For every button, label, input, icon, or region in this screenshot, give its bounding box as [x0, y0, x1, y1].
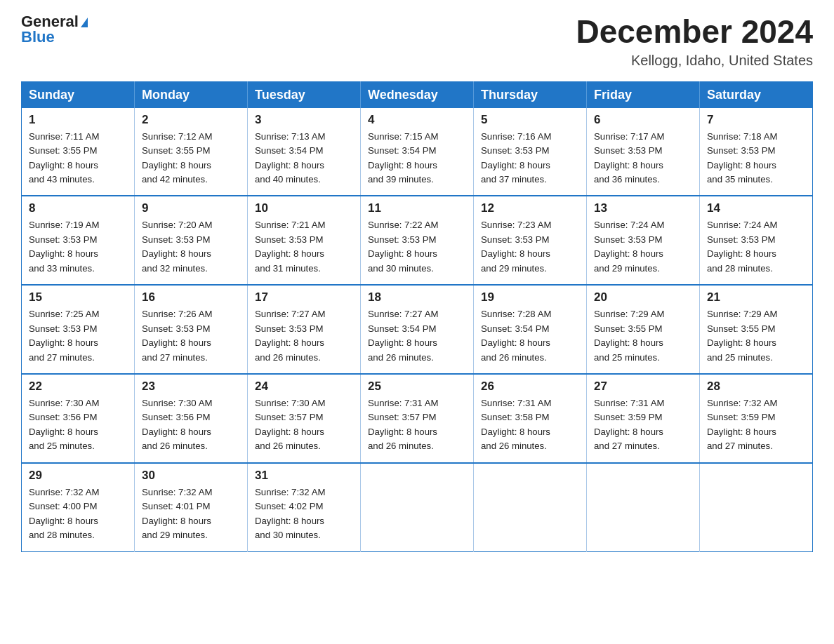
day-number: 24	[255, 380, 353, 394]
day-number: 31	[255, 469, 353, 483]
table-row: 3 Sunrise: 7:13 AMSunset: 3:54 PMDayligh…	[248, 108, 361, 196]
day-number: 17	[255, 290, 353, 304]
day-number: 29	[29, 469, 127, 483]
day-info: Sunrise: 7:29 AMSunset: 3:55 PMDaylight:…	[707, 309, 777, 362]
table-row: 26 Sunrise: 7:31 AMSunset: 3:58 PMDaylig…	[474, 374, 587, 463]
logo-text: General Blue	[21, 14, 88, 45]
table-row: 22 Sunrise: 7:30 AMSunset: 3:56 PMDaylig…	[22, 374, 135, 463]
calendar-week-row: 1 Sunrise: 7:11 AMSunset: 3:55 PMDayligh…	[22, 108, 813, 196]
logo: General Blue	[21, 14, 88, 45]
day-number: 7	[707, 113, 805, 127]
header-monday: Monday	[135, 81, 248, 108]
day-info: Sunrise: 7:31 AMSunset: 3:57 PMDaylight:…	[368, 398, 438, 451]
day-number: 9	[142, 201, 240, 215]
table-row: 15 Sunrise: 7:25 AMSunset: 3:53 PMDaylig…	[22, 285, 135, 374]
day-info: Sunrise: 7:30 AMSunset: 3:57 PMDaylight:…	[255, 398, 325, 451]
day-number: 6	[594, 113, 692, 127]
logo-blue: Blue	[21, 29, 88, 45]
day-info: Sunrise: 7:17 AMSunset: 3:53 PMDaylight:…	[594, 131, 664, 185]
table-row: 19 Sunrise: 7:28 AMSunset: 3:54 PMDaylig…	[474, 285, 587, 374]
day-info: Sunrise: 7:18 AMSunset: 3:53 PMDaylight:…	[707, 131, 777, 185]
day-number: 21	[707, 290, 805, 304]
day-number: 3	[255, 113, 353, 127]
calendar-table: Sunday Monday Tuesday Wednesday Thursday…	[21, 81, 813, 552]
location-title: Kellogg, Idaho, United States	[576, 53, 813, 69]
logo-triangle-icon	[81, 18, 88, 27]
day-number: 26	[481, 380, 579, 394]
day-info: Sunrise: 7:16 AMSunset: 3:53 PMDaylight:…	[481, 131, 551, 185]
day-info: Sunrise: 7:32 AMSunset: 3:59 PMDaylight:…	[707, 398, 777, 451]
table-row: 30 Sunrise: 7:32 AMSunset: 4:01 PMDaylig…	[135, 463, 248, 551]
day-number: 25	[368, 380, 466, 394]
table-row: 18 Sunrise: 7:27 AMSunset: 3:54 PMDaylig…	[361, 285, 474, 374]
day-number: 18	[368, 290, 466, 304]
header-wednesday: Wednesday	[361, 81, 474, 108]
table-row: 4 Sunrise: 7:15 AMSunset: 3:54 PMDayligh…	[361, 108, 474, 196]
calendar-week-row: 15 Sunrise: 7:25 AMSunset: 3:53 PMDaylig…	[22, 285, 813, 374]
day-number: 22	[29, 380, 127, 394]
table-row: 8 Sunrise: 7:19 AMSunset: 3:53 PMDayligh…	[22, 196, 135, 285]
table-row: 12 Sunrise: 7:23 AMSunset: 3:53 PMDaylig…	[474, 196, 587, 285]
day-info: Sunrise: 7:22 AMSunset: 3:53 PMDaylight:…	[368, 220, 438, 273]
table-row: 13 Sunrise: 7:24 AMSunset: 3:53 PMDaylig…	[587, 196, 700, 285]
table-row: 21 Sunrise: 7:29 AMSunset: 3:55 PMDaylig…	[700, 285, 813, 374]
day-info: Sunrise: 7:31 AMSunset: 3:58 PMDaylight:…	[481, 398, 551, 451]
table-row: 14 Sunrise: 7:24 AMSunset: 3:53 PMDaylig…	[700, 196, 813, 285]
day-number: 10	[255, 201, 353, 215]
header-tuesday: Tuesday	[248, 81, 361, 108]
calendar-week-row: 22 Sunrise: 7:30 AMSunset: 3:56 PMDaylig…	[22, 374, 813, 463]
calendar-week-row: 8 Sunrise: 7:19 AMSunset: 3:53 PMDayligh…	[22, 196, 813, 285]
table-row: 9 Sunrise: 7:20 AMSunset: 3:53 PMDayligh…	[135, 196, 248, 285]
day-info: Sunrise: 7:27 AMSunset: 3:54 PMDaylight:…	[368, 309, 438, 362]
day-number: 5	[481, 113, 579, 127]
day-info: Sunrise: 7:26 AMSunset: 3:53 PMDaylight:…	[142, 309, 212, 362]
day-info: Sunrise: 7:24 AMSunset: 3:53 PMDaylight:…	[594, 220, 664, 273]
day-number: 23	[142, 380, 240, 394]
table-row: 31 Sunrise: 7:32 AMSunset: 4:02 PMDaylig…	[248, 463, 361, 551]
day-number: 12	[481, 201, 579, 215]
day-info: Sunrise: 7:11 AMSunset: 3:55 PMDaylight:…	[29, 131, 99, 185]
table-row: 23 Sunrise: 7:30 AMSunset: 3:56 PMDaylig…	[135, 374, 248, 463]
day-info: Sunrise: 7:30 AMSunset: 3:56 PMDaylight:…	[29, 398, 99, 451]
day-info: Sunrise: 7:32 AMSunset: 4:02 PMDaylight:…	[255, 487, 325, 540]
table-row: 25 Sunrise: 7:31 AMSunset: 3:57 PMDaylig…	[361, 374, 474, 463]
day-info: Sunrise: 7:32 AMSunset: 4:01 PMDaylight:…	[142, 487, 212, 540]
weekday-header-row: Sunday Monday Tuesday Wednesday Thursday…	[22, 81, 813, 108]
day-info: Sunrise: 7:27 AMSunset: 3:53 PMDaylight:…	[255, 309, 325, 362]
header-sunday: Sunday	[22, 81, 135, 108]
day-info: Sunrise: 7:13 AMSunset: 3:54 PMDaylight:…	[255, 131, 325, 185]
table-row: 2 Sunrise: 7:12 AMSunset: 3:55 PMDayligh…	[135, 108, 248, 196]
day-info: Sunrise: 7:28 AMSunset: 3:54 PMDaylight:…	[481, 309, 551, 362]
table-row	[474, 463, 587, 551]
table-row: 5 Sunrise: 7:16 AMSunset: 3:53 PMDayligh…	[474, 108, 587, 196]
table-row: 24 Sunrise: 7:30 AMSunset: 3:57 PMDaylig…	[248, 374, 361, 463]
table-row: 7 Sunrise: 7:18 AMSunset: 3:53 PMDayligh…	[700, 108, 813, 196]
day-info: Sunrise: 7:20 AMSunset: 3:53 PMDaylight:…	[142, 220, 212, 273]
table-row: 16 Sunrise: 7:26 AMSunset: 3:53 PMDaylig…	[135, 285, 248, 374]
table-row: 1 Sunrise: 7:11 AMSunset: 3:55 PMDayligh…	[22, 108, 135, 196]
day-info: Sunrise: 7:24 AMSunset: 3:53 PMDaylight:…	[707, 220, 777, 273]
table-row: 11 Sunrise: 7:22 AMSunset: 3:53 PMDaylig…	[361, 196, 474, 285]
day-info: Sunrise: 7:31 AMSunset: 3:59 PMDaylight:…	[594, 398, 664, 451]
day-number: 19	[481, 290, 579, 304]
header-friday: Friday	[587, 81, 700, 108]
table-row: 28 Sunrise: 7:32 AMSunset: 3:59 PMDaylig…	[700, 374, 813, 463]
day-info: Sunrise: 7:19 AMSunset: 3:53 PMDaylight:…	[29, 220, 99, 273]
table-row: 17 Sunrise: 7:27 AMSunset: 3:53 PMDaylig…	[248, 285, 361, 374]
header: General Blue December 2024 Kellogg, Idah…	[21, 14, 813, 69]
day-number: 20	[594, 290, 692, 304]
day-number: 30	[142, 469, 240, 483]
day-info: Sunrise: 7:23 AMSunset: 3:53 PMDaylight:…	[481, 220, 551, 273]
day-number: 15	[29, 290, 127, 304]
table-row: 27 Sunrise: 7:31 AMSunset: 3:59 PMDaylig…	[587, 374, 700, 463]
day-number: 14	[707, 201, 805, 215]
day-info: Sunrise: 7:12 AMSunset: 3:55 PMDaylight:…	[142, 131, 212, 185]
day-number: 2	[142, 113, 240, 127]
day-number: 27	[594, 380, 692, 394]
day-number: 1	[29, 113, 127, 127]
table-row	[361, 463, 474, 551]
day-number: 16	[142, 290, 240, 304]
day-number: 28	[707, 380, 805, 394]
header-saturday: Saturday	[700, 81, 813, 108]
table-row: 6 Sunrise: 7:17 AMSunset: 3:53 PMDayligh…	[587, 108, 700, 196]
